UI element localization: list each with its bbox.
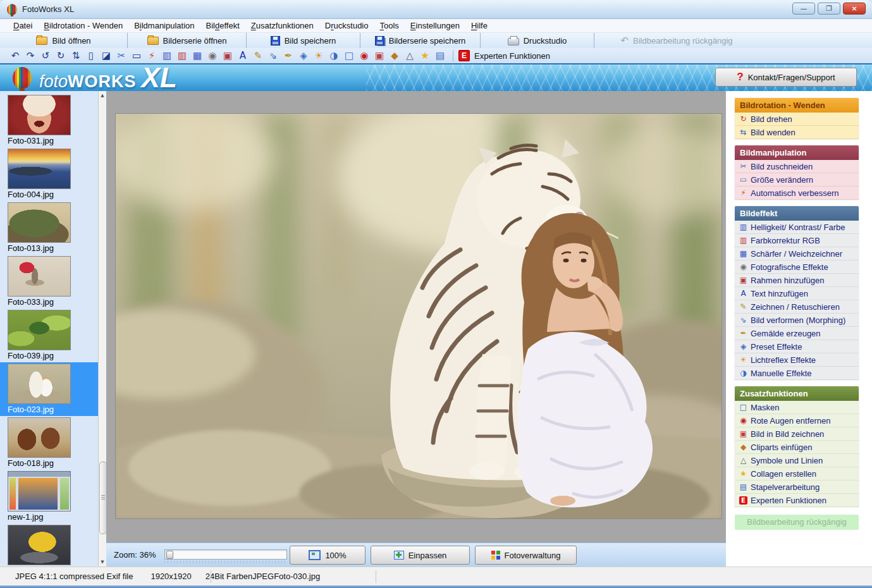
add-text-icon[interactable]: A — [235, 49, 250, 62]
draw-retouch-icon[interactable]: ✎ — [250, 49, 266, 62]
crop-cut-icon[interactable]: ✂ — [114, 49, 129, 62]
rotate-image-left-icon[interactable]: ↶ — [8, 49, 23, 62]
image-canvas — [106, 91, 726, 542]
preset-effects-icon[interactable]: ◈ — [296, 49, 311, 62]
thumbnail-foto-031-jpg[interactable]: Foto-031.jpg — [0, 94, 98, 147]
undo-editing-button[interactable]: Bildbearbeitung rückgängig — [735, 515, 859, 530]
panel-item-rahmen-hinzufügen[interactable]: ▣Rahmen hinzufügen — [735, 274, 859, 287]
menu-bildmanipulation[interactable]: Bildmanipulation — [128, 19, 200, 33]
rotate-180-icon[interactable]: ⇅ — [68, 49, 83, 62]
100-button[interactable]: 100% — [290, 546, 365, 565]
panel-item-bild-zuschneiden[interactable]: ✂Bild zuschneiden — [735, 160, 859, 173]
rotate-ccw-90-icon[interactable]: ↺ — [38, 49, 53, 62]
panel-item-zeichnen-retuschieren[interactable]: ✎Zeichnen / Retuschieren — [735, 300, 859, 314]
zoom-slider-thumb[interactable] — [166, 551, 173, 559]
zoom-slider[interactable] — [164, 549, 287, 560]
minimize-button[interactable]: — — [792, 3, 815, 15]
thumbnail-foto-033-jpg[interactable]: Foto-033.jpg — [0, 255, 98, 309]
thumbnail-foto-023-jpg[interactable]: Foto-023.jpg — [0, 362, 98, 416]
panel-item-lichtreflex-effekte[interactable]: ☀Lichtreflex Effekte — [735, 353, 859, 367]
rotate-cw-90-icon[interactable]: ↻ — [53, 49, 68, 62]
toolbar-bilderserie-speichern-button[interactable]: Bilderserie speichern — [360, 33, 481, 48]
panel-item-größe-verändern[interactable]: ▭Größe verändern — [735, 173, 859, 187]
thumbnail-filename: Foto-031.jpg — [8, 135, 97, 146]
batch-processing-icon[interactable]: ▤ — [433, 49, 448, 62]
sharpen-soften-icon[interactable]: ▦ — [190, 49, 205, 62]
panel-item-label: Bild zuschneiden — [751, 162, 813, 171]
panel-item-cliparts-einfügen[interactable]: ◆Cliparts einfügen — [735, 441, 859, 454]
panel-item-text-hinzufügen[interactable]: AText hinzufügen — [735, 287, 859, 300]
panel-item-preset-effekte[interactable]: ◈Preset Effekte — [735, 340, 859, 353]
fotoverwaltung-button[interactable]: Fotoverwaltung — [475, 546, 577, 565]
lightreflex-effects-icon[interactable]: ☀ — [311, 49, 326, 62]
panel-item-symbole-und-linien[interactable]: △Symbole und Linien — [735, 454, 859, 467]
panel-item-experten-funktionen[interactable]: EExperten Funktionen — [735, 494, 859, 507]
menu-bildeffekt[interactable]: Bildeffekt — [200, 19, 245, 33]
expert-functions-icon[interactable]: E — [458, 50, 470, 61]
toolbar-druckstudio-button[interactable]: Druckstudio — [481, 33, 594, 48]
brightness-contrast-icon[interactable]: ▥ — [159, 49, 175, 62]
support-button[interactable]: ? Kontakt/Fragen/Support — [715, 68, 857, 87]
rotate-image-right-icon[interactable]: ↷ — [23, 49, 38, 62]
panel-bildeffekt: Bildeffekt▥Helligkeit/ Kontrast/ Farbe▥F… — [735, 206, 859, 380]
scroll-down-icon[interactable]: ▼ — [99, 558, 106, 567]
thumbnail-foto-018-jpg[interactable]: Foto-018.jpg — [0, 416, 98, 470]
restore-button[interactable]: ❐ — [818, 3, 840, 15]
add-frame-icon[interactable]: ▣ — [220, 49, 235, 62]
symbols-lines-icon[interactable]: △ — [402, 49, 417, 62]
panel-item-bild-wenden[interactable]: ⇆Bild wenden — [735, 126, 859, 139]
thumbnail-partial-9[interactable] — [0, 524, 98, 567]
panel-item-automatisch-verbessern[interactable]: ⚡Automatisch verbessern — [735, 187, 859, 200]
panel-item-fotografische-effekte[interactable]: ◉Fotografische Effekte — [735, 260, 859, 274]
thumbnail-scrollbar[interactable]: ▲ ▼ — [98, 91, 106, 567]
insert-cliparts-icon[interactable]: ◆ — [387, 49, 402, 62]
photographic-effects-icon[interactable]: ◉ — [205, 49, 220, 62]
menu-hilfe[interactable]: Hilfe — [465, 19, 493, 33]
toolbar-separator — [453, 50, 453, 61]
remove-red-eye-icon[interactable]: ◉ — [357, 49, 372, 62]
masks-icon[interactable]: □ — [341, 49, 357, 62]
thumbnail-foto-004-jpg[interactable]: Foto-004.jpg — [0, 147, 98, 201]
einpassen-button[interactable]: Einpassen — [371, 546, 470, 565]
flip-mirror-icon[interactable]: ▯ — [83, 49, 99, 62]
resize-icon[interactable]: ▭ — [129, 49, 144, 62]
picture-in-picture-icon[interactable]: ▣ — [372, 49, 387, 62]
scroll-up-icon[interactable]: ▲ — [99, 91, 106, 100]
panel-item-masken[interactable]: □Masken — [735, 401, 859, 414]
create-collage-icon[interactable]: ★ — [417, 49, 433, 62]
panel-item-rote-augen-entfernen[interactable]: ◉Rote Augen entfernen — [735, 414, 859, 427]
toolbar-bilderserie-öffnen-button[interactable]: Bilderserie öffnen — [128, 33, 247, 48]
close-button[interactable]: × — [843, 3, 866, 15]
expert-functions-label[interactable]: Experten Funktionen — [474, 51, 550, 61]
create-painting-icon[interactable]: ✒ — [281, 49, 296, 62]
panel-item-helligkeit-kontrast-farbe[interactable]: ▥Helligkeit/ Kontrast/ Farbe — [735, 221, 859, 234]
panel-item-gemälde-erzeugen[interactable]: ✒Gemälde erzeugen — [735, 327, 859, 340]
menu-zusatzfunktionen[interactable]: Zusatzfunktionen — [245, 19, 319, 33]
panel-item-bild-in-bild-zeichnen[interactable]: ▣Bild in Bild zeichnen — [735, 427, 859, 441]
morph-icon[interactable]: ⇘ — [266, 49, 281, 62]
auto-enhance-icon[interactable]: ⚡ — [144, 49, 159, 62]
panel-item-bild-verformen-morphing[interactable]: ⇘Bild verformen (Morphing) — [735, 314, 859, 327]
status-item: JPEG 4:1:1 compressed Exif file — [15, 572, 133, 581]
toolbar-bildbearbeitung-rückgängig-button[interactable]: ↶Bildbearbeitung rückgängig — [594, 33, 759, 48]
toolbar-bild-öffnen-button[interactable]: Bild öffnen — [0, 33, 128, 48]
free-rotate-icon[interactable]: ◪ — [99, 49, 114, 62]
rgb-correction-icon[interactable]: ▥ — [175, 49, 190, 62]
toolbar-bild-speichern-button[interactable]: Bild speichern — [247, 33, 360, 48]
menu-einstellungen[interactable]: Einstellungen — [405, 19, 465, 33]
menu-datei[interactable]: Datei — [8, 19, 38, 33]
panel-item-manuelle-effekte[interactable]: ◑Manuelle Effekte — [735, 367, 859, 380]
menu-tools[interactable]: Tools — [374, 19, 404, 33]
panel-item-collagen-erstellen[interactable]: ★Collagen erstellen — [735, 467, 859, 481]
panel-item-stapelverarbeitung[interactable]: ▤Stapelverarbeitung — [735, 481, 859, 494]
manual-effects-icon[interactable]: ◑ — [326, 49, 341, 62]
thumbnail-foto-039-jpg[interactable]: Foto-039.jpg — [0, 309, 98, 362]
toolbar-icons: ↶↷↺↻⇅▯◪✂▭⚡▥▥▦◉▣A✎⇘✒◈☀◑□◉▣◆△★▤EExperten F… — [0, 48, 872, 64]
thumbnail-new-1-jpg[interactable]: new-1.jpg — [0, 470, 98, 524]
panel-item-farbkorrektur-rgb[interactable]: ▥Farbkorrektur RGB — [735, 234, 859, 247]
panel-item-bild-drehen[interactable]: ↻Bild drehen — [735, 113, 859, 126]
menu-bildrotation-wenden[interactable]: Bildrotation - Wenden — [38, 19, 128, 33]
panel-item-schärfer-weichzeichner[interactable]: ▦Schärfer / Weichzeichner — [735, 247, 859, 260]
menu-druckstudio[interactable]: Druckstudio — [319, 19, 374, 33]
thumbnail-foto-013-jpg[interactable]: Foto-013.jpg — [0, 201, 98, 255]
